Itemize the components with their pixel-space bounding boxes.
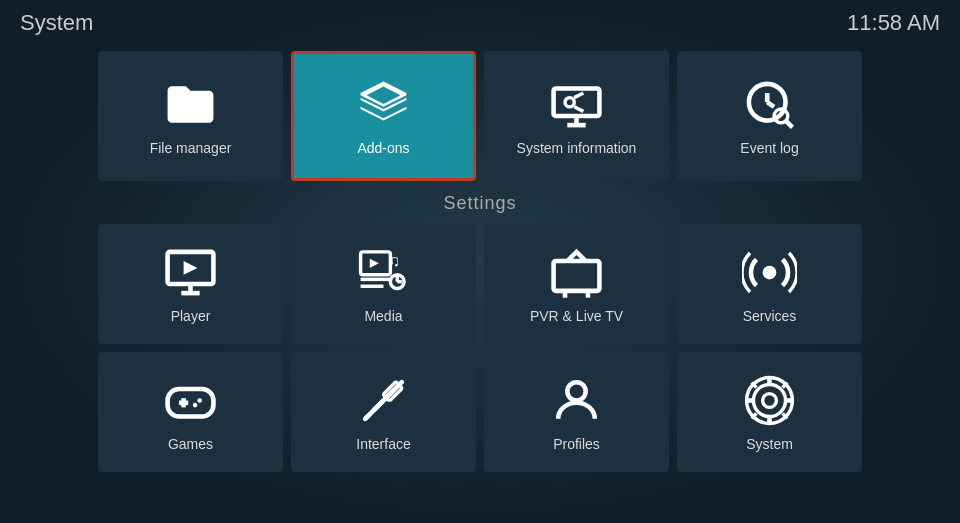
tile-profiles[interactable]: Profiles bbox=[484, 352, 669, 472]
services-label: Services bbox=[743, 308, 797, 324]
tile-games[interactable]: Games bbox=[98, 352, 283, 472]
add-ons-label: Add-ons bbox=[357, 140, 409, 156]
svg-point-30 bbox=[197, 398, 202, 403]
file-manager-label: File manager bbox=[150, 140, 232, 156]
event-log-label: Event log bbox=[740, 140, 798, 156]
projector-icon bbox=[549, 77, 604, 132]
svg-point-36 bbox=[567, 382, 585, 400]
svg-rect-0 bbox=[554, 88, 600, 115]
svg-line-34 bbox=[374, 382, 402, 410]
svg-line-8 bbox=[767, 102, 774, 107]
tile-event-log[interactable]: Event log bbox=[677, 51, 862, 181]
podcast-icon bbox=[742, 245, 797, 300]
person-icon bbox=[549, 373, 604, 428]
clock: 11:58 AM bbox=[847, 10, 940, 36]
settings-heading: Settings bbox=[0, 193, 960, 214]
system-information-label: System information bbox=[517, 140, 637, 156]
svg-line-5 bbox=[574, 106, 583, 111]
svg-line-4 bbox=[574, 93, 583, 98]
svg-text:♫: ♫ bbox=[388, 250, 400, 268]
media-label: Media bbox=[364, 308, 402, 324]
top-tiles-row: File manager Add-ons bbox=[0, 51, 960, 181]
svg-marker-16 bbox=[370, 258, 379, 267]
clock-search-icon bbox=[742, 77, 797, 132]
tile-system[interactable]: System bbox=[677, 352, 862, 472]
tv-icon bbox=[549, 245, 604, 300]
svg-line-10 bbox=[787, 121, 793, 127]
gear-wrench-icon bbox=[742, 373, 797, 428]
system-label: System bbox=[746, 436, 793, 452]
games-label: Games bbox=[168, 436, 213, 452]
media-icon: ♫ bbox=[356, 245, 411, 300]
box-icon bbox=[356, 77, 411, 132]
svg-marker-12 bbox=[184, 261, 198, 275]
svg-rect-27 bbox=[168, 389, 214, 417]
tile-system-information[interactable]: System information bbox=[484, 51, 669, 181]
tile-media[interactable]: ♫ Media bbox=[291, 224, 476, 344]
tile-file-manager[interactable]: File manager bbox=[98, 51, 283, 181]
svg-point-26 bbox=[763, 265, 777, 279]
svg-point-37 bbox=[763, 393, 777, 407]
settings-section: Settings Player bbox=[0, 193, 960, 472]
pvr-live-tv-label: PVR & Live TV bbox=[530, 308, 623, 324]
header: System 11:58 AM bbox=[0, 0, 960, 46]
settings-row-1: Player ♫ bbox=[80, 224, 880, 344]
main-content: System 11:58 AM File manager Add-ons bbox=[0, 0, 960, 523]
tile-services[interactable]: Services bbox=[677, 224, 862, 344]
gamepad-icon bbox=[163, 373, 218, 428]
page-title: System bbox=[20, 10, 93, 36]
player-label: Player bbox=[171, 308, 211, 324]
tile-interface[interactable]: Interface bbox=[291, 352, 476, 472]
svg-line-35 bbox=[365, 414, 370, 419]
svg-rect-23 bbox=[554, 261, 600, 291]
monitor-play-icon bbox=[163, 245, 218, 300]
pencil-ruler-icon bbox=[356, 373, 411, 428]
tile-add-ons[interactable]: Add-ons bbox=[291, 51, 476, 181]
svg-point-3 bbox=[565, 97, 574, 106]
folder-icon bbox=[163, 77, 218, 132]
interface-label: Interface bbox=[356, 436, 410, 452]
tile-player[interactable]: Player bbox=[98, 224, 283, 344]
settings-grid: Player ♫ bbox=[0, 224, 960, 472]
settings-row-2: Games Interface bbox=[80, 352, 880, 472]
tile-pvr-live-tv[interactable]: PVR & Live TV bbox=[484, 224, 669, 344]
profiles-label: Profiles bbox=[553, 436, 600, 452]
svg-point-31 bbox=[193, 402, 198, 407]
